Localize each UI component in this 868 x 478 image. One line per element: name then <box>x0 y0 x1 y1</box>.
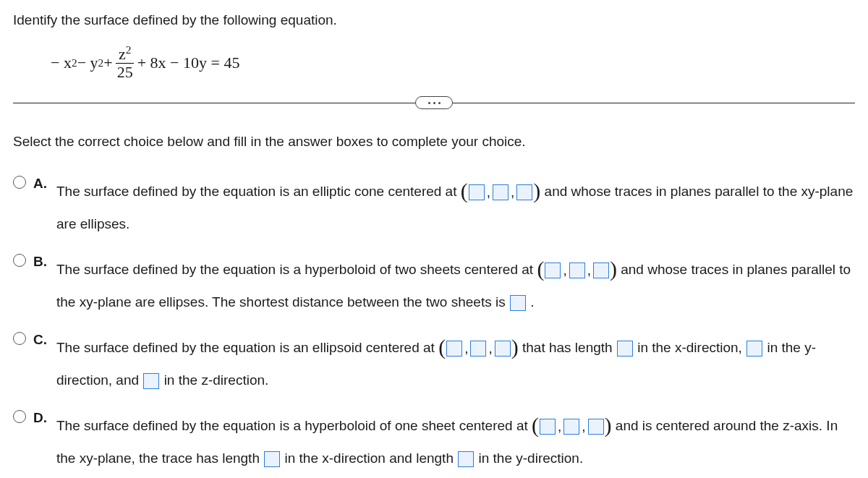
eq-plus: + <box>103 51 112 74</box>
c-t1: The surface defined by the equation is a… <box>56 340 438 355</box>
eq-rest: + 8x − 10y = 45 <box>137 51 240 74</box>
eq-sup1: 2 <box>72 54 77 71</box>
choice-a[interactable]: A. The surface defined by the equation i… <box>13 173 855 236</box>
d-coord: ( , , ) <box>532 407 612 446</box>
lparen-icon: ( <box>438 328 446 367</box>
lparen-icon: ( <box>461 171 468 210</box>
choices-group: A. The surface defined by the equation i… <box>13 173 855 471</box>
choice-text-b: The surface defined by the equation is a… <box>56 251 855 315</box>
a-t1: The surface defined by the equation is a… <box>56 184 461 199</box>
lparen-icon: ( <box>537 249 544 289</box>
blank-input[interactable] <box>143 373 159 389</box>
choice-text-d: The surface defined by the equation is a… <box>56 407 855 471</box>
d-t1: The surface defined by the equation is a… <box>56 418 532 433</box>
blank-input[interactable] <box>540 419 556 435</box>
equation: − x2 − y2 + z2 25 + 8x − 10y = 45 <box>51 44 855 82</box>
blank-input[interactable] <box>545 263 561 278</box>
eq-sup2: 2 <box>98 54 104 71</box>
d-t4: in the y-direction. <box>479 451 584 466</box>
choice-text-a: The surface defined by the equation is a… <box>56 173 855 236</box>
frac-den: 25 <box>114 64 136 81</box>
blank-input[interactable] <box>593 263 609 278</box>
lparen-icon: ( <box>532 406 539 445</box>
c-t5: in the z-direction. <box>164 372 269 388</box>
blank-input[interactable] <box>458 451 474 467</box>
eq-part1: − x <box>51 51 72 74</box>
radio-a[interactable] <box>13 176 26 189</box>
blank-input[interactable] <box>588 419 604 435</box>
d-t3: in the x-direction and length <box>285 451 458 466</box>
c-coord: ( , , ) <box>438 329 519 368</box>
frac-num-z: z <box>119 45 126 63</box>
blank-input[interactable] <box>446 341 462 357</box>
blank-input[interactable] <box>563 419 579 435</box>
section-divider <box>13 94 855 111</box>
choice-label-b: B. <box>33 252 49 273</box>
choice-text-c: The surface defined by the equation is a… <box>56 329 855 393</box>
choice-label-a: A. <box>33 174 49 195</box>
expand-pill[interactable] <box>415 96 453 109</box>
choice-d[interactable]: D. The surface defined by the equation i… <box>13 407 855 471</box>
rparen-icon: ) <box>533 171 540 210</box>
radio-b[interactable] <box>13 254 26 267</box>
blank-input[interactable] <box>569 263 585 278</box>
choice-c[interactable]: C. The surface defined by the equation i… <box>13 329 855 393</box>
radio-d[interactable] <box>13 410 26 423</box>
blank-input[interactable] <box>264 451 280 467</box>
blank-input[interactable] <box>493 184 509 200</box>
eq-part2: − y <box>77 51 98 74</box>
blank-input[interactable] <box>495 341 511 357</box>
c-t3: in the x-direction, <box>637 340 746 355</box>
choice-b[interactable]: B. The surface defined by the equation i… <box>13 251 855 315</box>
prompt-text: Select the correct choice below and fill… <box>13 132 855 153</box>
rparen-icon: ) <box>610 249 617 289</box>
choice-label-d: D. <box>33 408 49 429</box>
instruction-text: Identify the surface defined by the foll… <box>13 10 855 31</box>
blank-input[interactable] <box>746 341 762 357</box>
b-t1: The surface defined by the equation is a… <box>56 262 537 277</box>
radio-c[interactable] <box>13 332 26 345</box>
eq-fraction: z2 25 <box>114 44 136 82</box>
rparen-icon: ) <box>605 406 612 445</box>
rparen-icon: ) <box>511 328 519 367</box>
blank-input[interactable] <box>470 341 486 357</box>
blank-input[interactable] <box>469 184 485 200</box>
blank-input[interactable] <box>510 295 526 311</box>
c-t2: that has length <box>522 340 616 355</box>
blank-input[interactable] <box>516 184 532 200</box>
choice-label-c: C. <box>33 330 49 351</box>
a-coord: ( , , ) <box>461 173 541 212</box>
b-t3: . <box>530 294 534 310</box>
blank-input[interactable] <box>617 341 633 357</box>
b-coord: ( , , ) <box>537 251 617 290</box>
frac-num-sup: 2 <box>126 43 132 56</box>
